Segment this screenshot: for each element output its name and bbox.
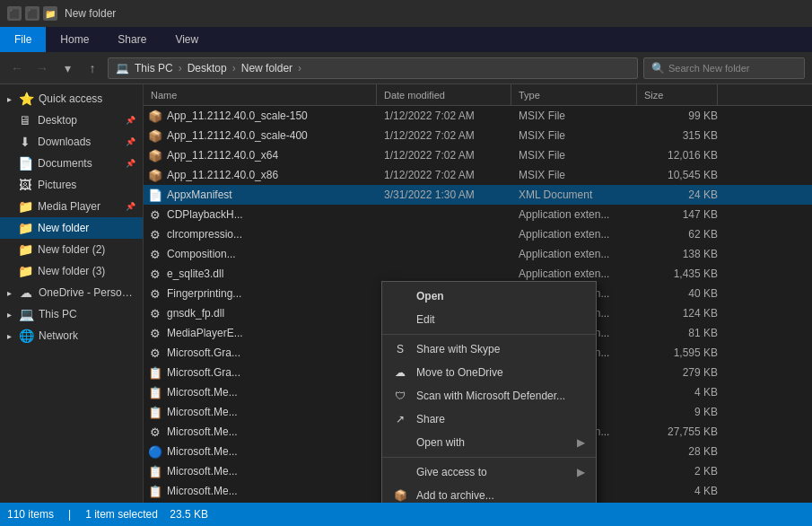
file-name: Microsoft.Me... bbox=[167, 485, 384, 497]
table-row[interactable]: ⚙clrcompressio...Application exten...62 … bbox=[144, 224, 812, 244]
address-path[interactable]: 💻 This PC › Desktop › New folder › bbox=[108, 57, 638, 79]
file-name: AppxManifest bbox=[167, 188, 384, 201]
ctx-item-icon: 🛡 bbox=[393, 390, 407, 402]
ctx-item-icon: 📦 bbox=[393, 489, 407, 502]
context-menu-item[interactable]: Give access to▶ bbox=[382, 460, 596, 484]
column-headers: Name Date modified Type Size bbox=[144, 84, 812, 106]
sidebar-item-onedrive[interactable]: ▸☁OneDrive - Personal bbox=[0, 282, 143, 303]
context-menu-item[interactable]: Open with▶ bbox=[382, 431, 596, 454]
context-menu-item[interactable]: Edit bbox=[382, 308, 596, 331]
table-row[interactable]: ⚙CDPlaybackH...Application exten...147 K… bbox=[144, 205, 812, 224]
sidebar-item-desktop[interactable]: 🖥Desktop📌 bbox=[0, 110, 143, 131]
file-size: 4 KB bbox=[644, 485, 725, 497]
up-button[interactable]: ↑ bbox=[83, 58, 102, 78]
tab-home[interactable]: Home bbox=[46, 27, 103, 52]
table-row[interactable]: 📦App_11.2112.40.0_scale-1501/12/2022 7:0… bbox=[144, 106, 812, 126]
file-size: 81 KB bbox=[644, 327, 725, 339]
file-type-icon: ⚙ bbox=[147, 246, 163, 262]
col-header-type[interactable]: Type bbox=[511, 84, 637, 105]
sidebar-item-label: This PC bbox=[39, 308, 135, 320]
context-menu-item[interactable]: ↗Share bbox=[382, 408, 596, 431]
file-type: Application exten... bbox=[519, 248, 644, 260]
context-menu-item[interactable]: 📦Add to archive... bbox=[382, 484, 596, 503]
file-name: Fingerprinting... bbox=[167, 287, 384, 300]
search-box[interactable]: 🔍 Search New folder bbox=[643, 57, 805, 79]
sidebar-item-new-folder-2[interactable]: 📁New folder (2) bbox=[0, 239, 143, 260]
window-title: New folder bbox=[65, 7, 116, 20]
tb-icon-2: ⬛ bbox=[25, 6, 39, 21]
file-type-icon: 📋 bbox=[147, 463, 163, 479]
folder-icon: 📄 bbox=[18, 156, 32, 171]
file-name: App_11.2112.40.0_scale-150 bbox=[167, 110, 384, 122]
file-name: gnsdk_fp.dll bbox=[167, 307, 384, 320]
file-type-icon: 📋 bbox=[147, 483, 163, 499]
file-type: Application exten... bbox=[519, 208, 644, 221]
file-type: MSIX File bbox=[519, 169, 644, 181]
table-row[interactable]: 📦App_11.2112.40.0_scale-4001/12/2022 7:0… bbox=[144, 126, 812, 145]
sidebar-item-media-player[interactable]: 📁Media Player📌 bbox=[0, 196, 143, 217]
ribbon: File Home Share View bbox=[0, 27, 812, 52]
context-menu-item[interactable]: ☁Move to OneDrive bbox=[382, 361, 596, 384]
table-row[interactable]: 📄AppxManifest3/31/2022 1:30 AMXML Docume… bbox=[144, 185, 812, 205]
sidebar-item-label: New folder (3) bbox=[38, 265, 135, 277]
ctx-item-label: Open with bbox=[416, 436, 568, 449]
back-button[interactable]: ← bbox=[7, 58, 27, 78]
sidebar-item-this-pc[interactable]: ▸💻This PC bbox=[0, 303, 143, 325]
file-size: 10,545 KB bbox=[644, 169, 725, 181]
ctx-item-icon: S bbox=[393, 343, 407, 355]
folder-icon: 📁 bbox=[18, 199, 32, 214]
file-name: Microsoft.Me... bbox=[167, 406, 384, 418]
file-size: 2 KB bbox=[644, 465, 725, 478]
sidebar-item-downloads[interactable]: ⬇Downloads📌 bbox=[0, 131, 143, 153]
context-menu-item[interactable]: SShare with Skype bbox=[382, 338, 596, 361]
file-name: Microsoft.Gra... bbox=[167, 346, 384, 359]
chevron-icon: ▸ bbox=[7, 331, 12, 341]
file-size: 315 KB bbox=[644, 129, 725, 142]
status-bar: 110 items | 1 item selected 23.5 KB bbox=[0, 503, 812, 526]
sidebar-item-quick-access[interactable]: ▸⭐Quick access bbox=[0, 88, 143, 110]
file-name: Microsoft.Gra... bbox=[167, 366, 384, 379]
table-row[interactable]: 📦App_11.2112.40.0_x641/12/2022 7:02 AMMS… bbox=[144, 145, 812, 165]
path-pc-label: This PC bbox=[135, 62, 173, 75]
context-menu-item[interactable]: 🛡Scan with Microsoft Defender... bbox=[382, 384, 596, 408]
file-type-icon: 📦 bbox=[147, 167, 163, 183]
chevron-icon: ▸ bbox=[7, 94, 12, 104]
sidebar-item-network[interactable]: ▸🌐Network bbox=[0, 325, 143, 346]
file-name: MediaPlayerE... bbox=[167, 327, 384, 339]
sidebar-item-label: Pictures bbox=[38, 179, 135, 191]
file-name: e_sqlite3.dll bbox=[167, 267, 384, 280]
table-row[interactable]: 📦App_11.2112.40.0_x861/12/2022 7:02 AMMS… bbox=[144, 165, 812, 185]
ctx-item-label: Open bbox=[416, 290, 585, 302]
file-name: App_11.2112.40.0_x86 bbox=[167, 169, 384, 181]
sidebar-item-new-folder[interactable]: 📁New folder bbox=[0, 217, 143, 239]
file-name: App_11.2112.40.0_scale-400 bbox=[167, 129, 384, 142]
sidebar-item-pictures[interactable]: 🖼Pictures bbox=[0, 174, 143, 196]
table-row[interactable]: ⚙Composition...Application exten...138 K… bbox=[144, 244, 812, 264]
file-list: 📦App_11.2112.40.0_scale-1501/12/2022 7:0… bbox=[144, 106, 812, 503]
file-type-icon: ⚙ bbox=[147, 325, 163, 341]
ctx-item-label: Give access to bbox=[416, 466, 568, 478]
tab-share[interactable]: Share bbox=[103, 27, 161, 52]
context-menu: OpenEditSShare with Skype☁Move to OneDri… bbox=[381, 281, 597, 503]
recent-button[interactable]: ▾ bbox=[57, 58, 77, 78]
col-header-size[interactable]: Size bbox=[637, 84, 718, 105]
pin-icon: 📌 bbox=[126, 159, 135, 168]
tab-view[interactable]: View bbox=[161, 27, 213, 52]
file-size: 1,595 KB bbox=[644, 346, 725, 359]
file-date: 1/12/2022 7:02 AM bbox=[384, 169, 519, 181]
content-area: ▸⭐Quick access🖥Desktop📌⬇Downloads📌📄Docum… bbox=[0, 84, 812, 503]
col-header-date[interactable]: Date modified bbox=[377, 84, 511, 105]
tab-file[interactable]: File bbox=[0, 27, 46, 52]
file-date: 1/12/2022 7:02 AM bbox=[384, 110, 519, 122]
file-name: Composition... bbox=[167, 248, 384, 260]
file-type-icon: 📋 bbox=[147, 364, 163, 381]
item-count: 110 items bbox=[7, 508, 54, 521]
sidebar-item-new-folder-3[interactable]: 📁New folder (3) bbox=[0, 260, 143, 282]
col-header-name[interactable]: Name bbox=[144, 84, 377, 105]
forward-button[interactable]: → bbox=[32, 58, 52, 78]
file-date: 1/12/2022 7:02 AM bbox=[384, 129, 519, 142]
file-type-icon: 📋 bbox=[147, 384, 163, 400]
ctx-item-icon: ↗ bbox=[393, 413, 407, 425]
sidebar-item-documents[interactable]: 📄Documents📌 bbox=[0, 153, 143, 174]
context-menu-item[interactable]: Open bbox=[382, 285, 596, 308]
